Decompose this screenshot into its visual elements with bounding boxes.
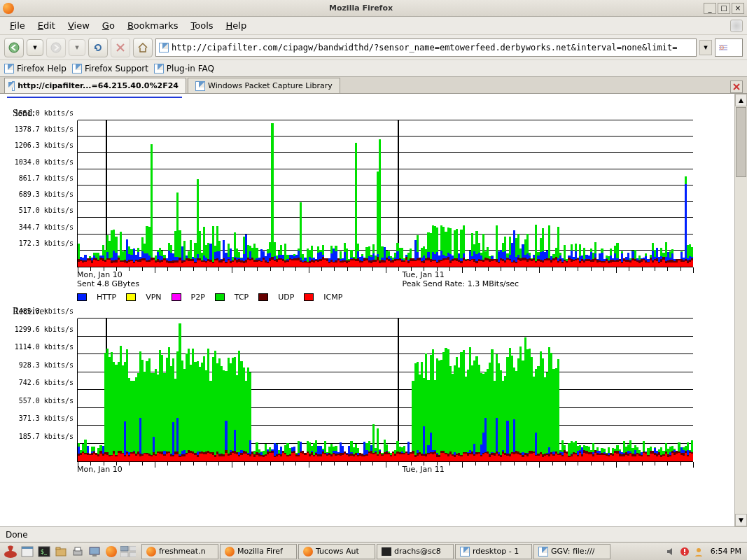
search-box[interactable] [715, 38, 743, 57]
url-history-dropdown[interactable]: ▾ [699, 40, 712, 55]
computer-icon[interactable] [87, 544, 102, 559]
x-tick-label: Tue, Jan 11 [403, 465, 728, 474]
taskbar-window-button[interactable]: freshmeat.n [141, 544, 218, 559]
back-button[interactable] [4, 38, 24, 57]
print-launcher[interactable] [70, 544, 85, 559]
page-icon [195, 81, 205, 91]
tray-audio-icon[interactable] [666, 547, 676, 556]
browser-tab[interactable]: http://cipafilter...=64.215.40.0%2F24 [4, 78, 186, 93]
tray-alert-icon[interactable] [680, 547, 690, 556]
page-icon [72, 64, 82, 74]
chart-plot-area: 185.7 kbits/s371.3 kbits/s557.0 kbits/s7… [77, 318, 693, 462]
page-icon [12, 81, 15, 91]
forward-dropdown[interactable]: ▾ [69, 39, 85, 56]
menu-file[interactable]: File [4, 18, 31, 33]
svg-rect-5 [22, 547, 33, 549]
chart-stat-right: Peak Send Rate: 1.3 MBits/sec [403, 279, 519, 288]
svg-rect-12 [90, 547, 99, 554]
y-tick-label: 1206.3 kbits/s [15, 141, 78, 149]
svg-rect-18 [382, 547, 391, 556]
y-tick-label: 861.7 kbits/s [19, 174, 78, 181]
legend-label: UDP [278, 293, 294, 302]
taskbar-window-button[interactable]: Mozilla Firef [220, 544, 297, 559]
taskbar-window-button[interactable]: drachs@sc8 [377, 544, 454, 559]
show-desktop-button[interactable] [20, 544, 35, 559]
minimize-button[interactable]: _ [704, 3, 716, 14]
vertical-scrollbar[interactable]: ▲ ▼ [734, 94, 747, 526]
menu-edit[interactable]: Edit [32, 18, 61, 33]
legend-swatch [304, 293, 314, 301]
tab-close-button[interactable] [730, 80, 743, 93]
menu-bar: File Edit View Go Bookmarks Tools Help [0, 17, 747, 35]
menu-go[interactable]: Go [97, 18, 120, 33]
menu-help[interactable]: Help [221, 18, 253, 33]
reload-button[interactable] [88, 38, 108, 57]
taskbar-window-button[interactable]: Tucows Aut [298, 544, 375, 559]
page-icon [159, 43, 169, 52]
legend-label: TCP [235, 293, 249, 302]
window-title: Mozilla Firefox [18, 4, 704, 13]
menu-tools[interactable]: Tools [186, 18, 219, 33]
back-dropdown[interactable]: ▾ [27, 39, 43, 56]
legend-label: VPN [146, 293, 161, 302]
legend-swatch [172, 293, 181, 301]
system-taskbar: $_ freshmeat.nMozilla FirefTucows Autdra… [0, 542, 747, 560]
y-tick-label: 371.3 kbits/s [19, 414, 78, 422]
taskbar-window-button[interactable]: GGV: file:/// [533, 544, 610, 559]
tray-user-icon[interactable] [694, 547, 704, 556]
forward-button[interactable] [46, 38, 66, 57]
y-tick-label: 1034.0 kbits/s [15, 158, 78, 165]
legend-swatch [258, 293, 268, 301]
stop-button[interactable] [111, 38, 130, 57]
tab-strip: http://cipafilter...=64.215.40.0%2F24Win… [0, 77, 747, 94]
workspace-switcher[interactable] [120, 544, 136, 559]
svg-rect-20 [684, 549, 685, 552]
close-button[interactable]: × [732, 3, 744, 14]
window-titlebar: Mozilla Firefox _ □ × [0, 0, 747, 17]
content-viewport: Send:172.3 kbits/s344.7 kbits/s517.0 kbi… [0, 94, 747, 526]
y-tick-label: 1485.3 kbits/s [15, 307, 78, 315]
bookmark-item[interactable]: Firefox Support [72, 64, 148, 74]
terminal-launcher[interactable]: $_ [36, 544, 52, 559]
system-clock[interactable]: 6:54 PM [708, 547, 744, 556]
svg-rect-17 [130, 552, 136, 557]
page-icon [4, 64, 14, 74]
chart-plot-area: 172.3 kbits/s344.7 kbits/s517.0 kbits/s6… [77, 120, 693, 267]
svg-rect-16 [120, 552, 128, 557]
y-tick-label: 1299.6 kbits/s [15, 325, 78, 332]
browser-tab[interactable]: Windows Packet Capture Library [188, 78, 340, 93]
menu-bookmarks[interactable]: Bookmarks [122, 18, 184, 33]
url-input[interactable] [172, 43, 693, 52]
url-bar[interactable] [155, 38, 697, 57]
legend-label: HTTP [97, 293, 116, 302]
x-tick-label: Mon, Jan 10 [77, 270, 403, 279]
taskbar-window-button[interactable]: rdesktop - 1 [455, 544, 532, 559]
legend-swatch [215, 293, 225, 301]
svg-text:$_: $_ [41, 549, 48, 555]
legend-label: P2P [191, 293, 205, 302]
bookmark-item[interactable]: Firefox Help [4, 64, 67, 74]
navigation-toolbar: ▾ ▾ ▾ [0, 35, 747, 60]
menu-view[interactable]: View [62, 18, 95, 33]
legend-label: ICMP [323, 293, 342, 302]
chart-title: Send: [13, 108, 727, 119]
scroll-thumb[interactable] [736, 107, 746, 177]
scroll-down-button[interactable]: ▼ [735, 514, 747, 526]
file-manager-launcher[interactable] [53, 544, 69, 559]
svg-point-0 [9, 43, 19, 52]
firefox-launcher[interactable] [104, 544, 119, 559]
y-tick-label: 1114.0 kbits/s [15, 343, 78, 351]
y-tick-label: 928.3 kbits/s [19, 360, 78, 368]
home-button[interactable] [133, 38, 153, 57]
svg-rect-13 [92, 554, 97, 556]
bookmark-item[interactable]: Plug-in FAQ [154, 64, 214, 74]
scroll-up-button[interactable]: ▲ [735, 94, 747, 106]
start-button[interactable] [3, 544, 18, 559]
svg-point-1 [51, 43, 61, 52]
system-tray: 6:54 PM [666, 547, 744, 556]
x-tick-label: Tue, Jan 11 [403, 270, 728, 279]
y-tick-label: 742.6 kbits/s [19, 379, 78, 386]
svg-rect-11 [75, 547, 81, 551]
maximize-button[interactable]: □ [718, 3, 730, 14]
y-tick-label: 1551.0 kbits/s [15, 109, 78, 117]
